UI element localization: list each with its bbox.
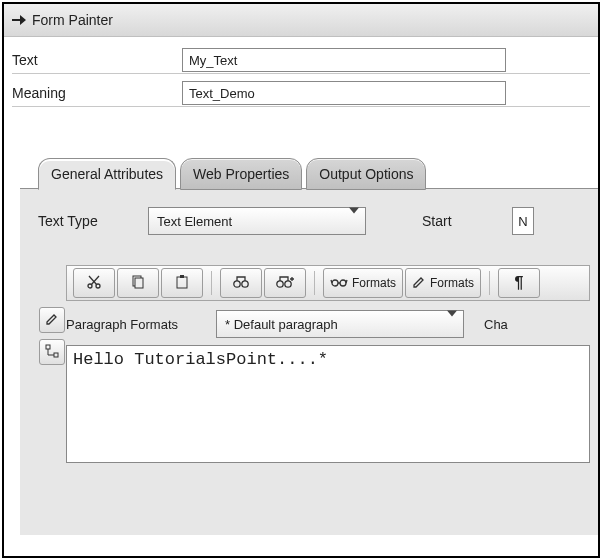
character-formats-label-fragment: Cha	[484, 317, 508, 332]
tab-output-options-label: Output Options	[319, 166, 413, 182]
chevron-down-icon	[447, 317, 457, 332]
window-title: Form Painter	[32, 12, 113, 28]
para-formats-button[interactable]: Formats	[405, 268, 481, 298]
forward-arrow-icon	[10, 11, 28, 29]
form-painter-window: Form Painter Text My_Text Meaning Text_D…	[2, 2, 600, 558]
nav-tree-button[interactable]	[39, 339, 65, 365]
para-formats-label: Formats	[430, 276, 474, 290]
tab-container: General Attributes Web Properties Output…	[4, 155, 598, 535]
editor-side-tools	[38, 265, 66, 463]
char-formats-button[interactable]: Formats	[323, 268, 403, 298]
text-editor-content: Hello TutorialsPoint....*	[73, 350, 328, 369]
paste-icon	[174, 274, 190, 293]
meaning-row: Meaning Text_Demo	[12, 80, 590, 107]
toolbar-separator	[314, 271, 315, 295]
tab-output-options[interactable]: Output Options	[306, 158, 426, 190]
toolbar-separator	[489, 271, 490, 295]
text-row: Text My_Text	[12, 47, 590, 74]
tab-web-properties-label: Web Properties	[193, 166, 289, 182]
svg-rect-5	[135, 278, 143, 288]
tab-web-properties[interactable]: Web Properties	[180, 158, 302, 190]
scissors-icon	[86, 274, 102, 293]
pilcrow-icon: ¶	[515, 274, 524, 292]
pilcrow-button[interactable]: ¶	[498, 268, 540, 298]
tree-icon	[45, 344, 59, 361]
meaning-label: Meaning	[12, 85, 182, 101]
copy-icon	[130, 274, 146, 293]
meaning-input[interactable]: Text_Demo	[182, 81, 506, 105]
svg-rect-0	[46, 345, 50, 349]
svg-rect-7	[180, 275, 184, 278]
text-type-value: Text Element	[157, 214, 232, 229]
paragraph-formats-dropdown[interactable]: * Default paragraph	[216, 310, 464, 338]
paragraph-formats-label: Paragraph Formats	[66, 317, 206, 332]
meaning-input-value: Text_Demo	[189, 86, 255, 101]
tab-general-attributes[interactable]: General Attributes	[38, 158, 176, 190]
char-formats-label: Formats	[352, 276, 396, 290]
copy-button[interactable]	[117, 268, 159, 298]
text-type-dropdown[interactable]: Text Element	[148, 207, 366, 235]
svg-point-11	[285, 280, 291, 286]
paragraph-formats-row: Paragraph Formats * Default paragraph Ch…	[66, 309, 590, 339]
chevron-down-icon	[349, 214, 359, 229]
binoculars-plus-icon	[275, 274, 295, 293]
tab-strip: General Attributes Web Properties Output…	[38, 155, 598, 189]
pencil-icon	[45, 312, 59, 329]
edit-text-button[interactable]	[39, 307, 65, 333]
editor-main: Formats Formats ¶	[66, 265, 590, 463]
svg-rect-1	[54, 353, 58, 357]
header-fields: Text My_Text Meaning Text_Demo	[4, 37, 598, 119]
start-field[interactable]: N	[512, 207, 534, 235]
text-type-row: Text Type Text Element Start N	[38, 207, 590, 235]
tab-general-attributes-label: General Attributes	[51, 166, 163, 182]
general-attributes-panel: Text Type Text Element Start N	[20, 188, 598, 535]
find-replace-button[interactable]	[264, 268, 306, 298]
editor-toolbar: Formats Formats ¶	[66, 265, 590, 301]
svg-point-10	[277, 280, 283, 286]
window-titlebar: Form Painter	[4, 4, 598, 37]
svg-point-9	[242, 280, 248, 286]
svg-point-8	[234, 280, 240, 286]
cut-button[interactable]	[73, 268, 115, 298]
start-value: N	[518, 214, 527, 229]
toolbar-separator	[211, 271, 212, 295]
text-input[interactable]: My_Text	[182, 48, 506, 72]
find-button[interactable]	[220, 268, 262, 298]
glasses-icon	[330, 276, 348, 291]
text-label: Text	[12, 52, 182, 68]
paragraph-formats-value: * Default paragraph	[225, 317, 338, 332]
svg-rect-6	[177, 277, 187, 288]
paste-button[interactable]	[161, 268, 203, 298]
text-input-value: My_Text	[189, 53, 237, 68]
text-type-label: Text Type	[38, 213, 148, 229]
text-editor[interactable]: Hello TutorialsPoint....*	[66, 345, 590, 463]
binoculars-icon	[232, 274, 250, 293]
svg-point-12	[332, 280, 338, 286]
text-editor-shell: Formats Formats ¶	[38, 265, 590, 463]
svg-point-13	[340, 280, 346, 286]
pencil-icon	[412, 275, 426, 292]
start-label: Start	[422, 213, 512, 229]
